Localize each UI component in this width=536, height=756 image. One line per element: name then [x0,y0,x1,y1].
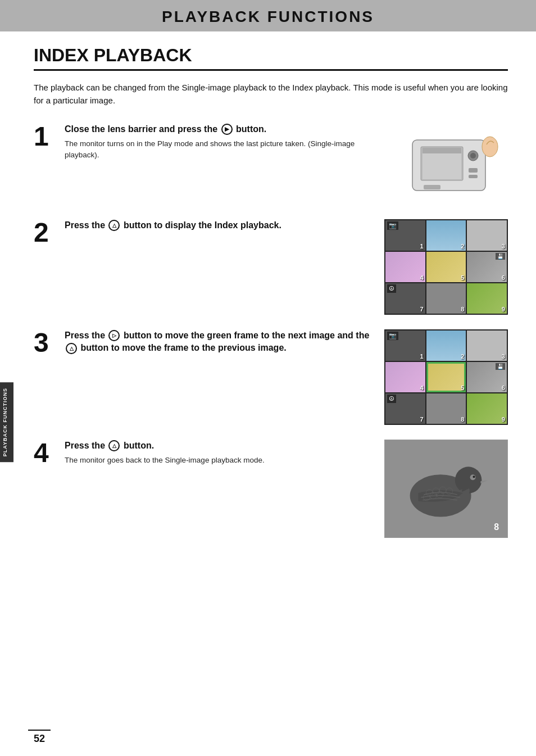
grid-cell2-4: 4 [385,362,425,392]
step-4: 4 Press the △ button. The monitor goes b… [34,440,508,538]
step-4-title: Press the △ button. [65,440,376,452]
step-2-text: Press the △ button to display the Index … [65,219,384,234]
header-title: PLAYBACK FUNCTIONS [0,8,536,26]
grid-cell-7: ☮ 7 [385,283,425,314]
step-3-title-middle: button to move the green frame to the ne… [124,331,369,340]
page-header: PLAYBACK FUNCTIONS [0,0,536,31]
cell-num-2: 2 [461,243,464,250]
step-1-title-before: Close the lens barrier and press the [65,124,220,134]
steps-container: 1 Close the lens barrier and press the ▶… [34,123,508,538]
grid-cell-4: 4 [385,252,425,282]
step-4-number: 4 [34,440,65,467]
grid-cell-6: 💾 6 [467,252,507,282]
step-4-title-after: button. [124,441,154,450]
svg-point-14 [473,476,475,478]
step-2-number: 2 [34,219,65,246]
step-3-title-end: button to move the frame to the previous… [80,343,286,352]
cell2-icon-1: 📷 [387,332,398,340]
cell-num-4: 4 [420,274,424,281]
cell-num-1: 1 [420,243,424,250]
cell2-num-6: 6 [502,384,505,391]
step-1-title: Close the lens barrier and press the ▶ b… [65,123,387,135]
grid-cell-3: 3 [467,220,507,251]
cell2-num-7: 7 [420,416,424,423]
bird-svg: 8 [385,440,507,538]
step-1-image [396,123,508,205]
main-content: INDEX PLAYBACK The playback can be chang… [0,31,536,575]
step-1-desc: The monitor turns on in the Play mode an… [65,138,387,161]
cell-num-6: 6 [502,274,505,281]
cell2-num-5: 5 [461,384,464,391]
step-1-text: Close the lens barrier and press the ▶ b… [65,123,396,161]
side-tab-text: PLAYBACK FUNCTIONS [2,388,8,456]
cell-icon-1: 📷 [387,221,398,230]
grid-cell2-8: 8 [426,393,466,424]
cell-num-8: 8 [461,306,464,313]
step-4-image: 8 [384,440,508,538]
grid-cell2-2: 2 [426,331,466,361]
grid-cell-9: 9 [467,283,507,314]
cell-num-5: 5 [461,274,464,281]
step-1-title-after: button. [236,124,266,134]
grid-cell2-9: 9 [467,393,507,424]
step-3-title: Press the ▷ button to move the green fra… [65,329,376,355]
button-icon-4: △ [108,440,120,451]
play-button-icon-1: ▶ [221,124,233,135]
step-4-text: Press the △ button. The monitor goes bac… [65,440,384,467]
cell2-num-4: 4 [420,384,424,391]
step-1: 1 Close the lens barrier and press the ▶… [34,123,508,205]
bird-illustration: 8 [384,440,508,538]
index-grid-2: 📷 1 2 3 4 5 💾 [384,329,508,425]
svg-rect-6 [469,168,478,173]
svg-point-5 [470,153,476,159]
camera-illustration [396,123,508,205]
cell-num-7: 7 [420,306,424,313]
next-button-icon-3: ▷ [108,330,120,341]
cell-icon-7: ☮ [387,284,396,293]
svg-rect-9 [424,185,440,189]
grid-cell2-7: ☮ 7 [385,393,425,424]
grid-cell2-1: 📷 1 [385,331,425,361]
page-number: 52 [28,730,51,745]
step-2-title: Press the △ button to display the Index … [65,219,376,232]
grid-cell-5: 5 [426,252,466,282]
svg-text:8: 8 [494,522,499,532]
step-4-title-before: Press the [65,441,107,450]
cell2-num-2: 2 [461,353,464,360]
side-tab: PLAYBACK FUNCTIONS [0,382,13,462]
step-3: 3 Press the ▷ button to move the green f… [34,329,508,425]
cell2-num-9: 9 [502,416,505,423]
step-3-text: Press the ▷ button to move the green fra… [65,329,384,357]
step-2-title-after: button to display the Index playback. [124,220,281,230]
grid-cell-2: 2 [426,220,466,251]
step-3-title-before: Press the [65,331,107,340]
intro-text: The playback can be changed from the Sin… [34,81,508,107]
step-3-image: 📷 1 2 3 4 5 💾 [384,329,508,425]
cell-num-3: 3 [502,243,505,250]
cell2-num-1: 1 [420,353,424,360]
step-2: 2 Press the △ button to display the Inde… [34,219,508,315]
cell-num-9: 9 [502,306,505,313]
cell-icon-6: 💾 [496,253,505,260]
step-2-image: 📷 1 2 3 4 5 💾 [384,219,508,315]
step-1-number: 1 [34,123,65,150]
svg-rect-7 [469,175,478,178]
grid-cell-8: 8 [426,283,466,314]
grid-cell2-5: 5 [426,362,466,392]
grid-cell2-6: 💾 6 [467,362,507,392]
index-button-icon-2: △ [108,220,120,231]
cell2-num-3: 3 [502,353,505,360]
index-grid-1: 📷 1 2 3 4 5 💾 [384,219,508,315]
svg-rect-3 [423,148,461,153]
section-title: INDEX PLAYBACK [34,45,508,71]
cell2-num-8: 8 [461,416,464,423]
prev-button-icon-3: △ [66,343,77,354]
grid-cell-1: 📷 1 [385,220,425,251]
cell2-icon-7: ☮ [387,395,396,403]
step-3-number: 3 [34,329,65,356]
step-2-title-before: Press the [65,220,107,230]
grid-cell2-3: 3 [467,331,507,361]
cell2-icon-6: 💾 [496,363,505,370]
step-4-desc: The monitor goes back to the Single-imag… [65,455,376,466]
svg-point-8 [482,137,498,157]
